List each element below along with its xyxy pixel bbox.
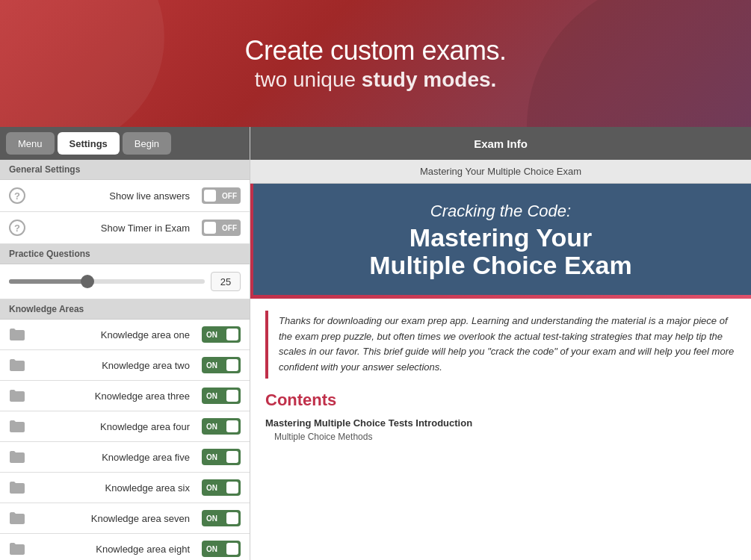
slider-container: 25 [9, 272, 241, 291]
slider-thumb[interactable] [81, 275, 94, 288]
ka-state-8: ON [206, 545, 217, 553]
slider-value: 25 [211, 272, 241, 291]
settings-button[interactable]: Settings [58, 132, 120, 155]
ka-toggle-2[interactable]: ON [202, 357, 241, 373]
ka-state-1: ON [206, 331, 217, 339]
knowledge-areas-header: Knowledge Areas [0, 299, 250, 320]
general-settings-header: General Settings [0, 160, 250, 180]
help-icon-timer[interactable]: ? [9, 220, 25, 236]
ka-row-2: Knowledge area two ON [0, 350, 250, 381]
ka-label-5: Knowledge area five [31, 452, 196, 463]
folder-icon-8 [9, 542, 25, 556]
contents-title: Contents [265, 391, 736, 410]
show-timer-toggle[interactable]: OFF [202, 220, 241, 236]
ka-label-2: Knowledge area two [31, 360, 196, 371]
show-timer-row: ? Show Timer in Exam OFF [0, 212, 250, 244]
ka-label-1: Knowledge area one [31, 329, 196, 340]
ka-state-3: ON [206, 392, 217, 400]
ka-label-4: Knowledge area four [31, 421, 196, 432]
practice-questions-row: 25 [0, 264, 250, 299]
show-live-answers-label: Show live answers [31, 190, 196, 202]
begin-button[interactable]: Begin [123, 132, 171, 155]
ka-label-6: Knowledge area six [31, 482, 196, 494]
ka-toggle-4[interactable]: ON [202, 418, 241, 435]
ka-row-8: Knowledge area eight ON [0, 534, 250, 560]
left-panel: Menu Settings Begin General Settings ? S… [0, 127, 250, 560]
show-live-answers-toggle[interactable]: OFF [202, 187, 241, 204]
ka-label-7: Knowledge area seven [31, 513, 196, 524]
exam-banner-accent [250, 184, 253, 295]
ka-state-5: ON [206, 453, 217, 461]
ka-toggle-5[interactable]: ON [202, 449, 241, 465]
content-area: Thanks for downloading our exam prep app… [250, 299, 751, 560]
banner-title: Create custom exams. [244, 35, 506, 66]
exam-banner: Cracking the Code: Mastering Your Multip… [250, 184, 751, 295]
show-timer-label: Show Timer in Exam [31, 223, 196, 234]
ka-state-7: ON [206, 514, 217, 523]
ka-toggle-8[interactable]: ON [202, 541, 241, 557]
quote-text: Thanks for downloading our exam prep app… [279, 314, 736, 376]
show-live-answers-state: OFF [222, 192, 237, 200]
show-live-answers-row: ? Show live answers OFF [0, 180, 250, 212]
show-timer-state: OFF [222, 224, 237, 232]
settings-body: General Settings ? Show live answers OFF… [0, 160, 250, 560]
ka-state-4: ON [206, 423, 217, 431]
folder-icon-5 [9, 450, 25, 464]
ka-row-1: Knowledge area one ON [0, 320, 250, 350]
folder-icon-3 [9, 389, 25, 402]
ka-toggle-3[interactable]: ON [202, 388, 241, 404]
ka-toggle-1[interactable]: ON [202, 326, 241, 343]
contents-sub-1: Multiple Choice Methods [265, 432, 736, 442]
banner: Create custom exams. two unique study mo… [0, 0, 751, 127]
slider-track[interactable] [9, 279, 205, 284]
nav-bar: Menu Settings Begin [0, 127, 250, 160]
right-panel: Exam Info Mastering Your Multiple Choice… [250, 127, 751, 560]
banner-subtitle: two unique study modes. [255, 68, 497, 92]
right-header: Exam Info [250, 127, 751, 160]
contents-item-1: Mastering Multiple Choice Tests Introduc… [265, 417, 736, 429]
ka-row-6: Knowledge area six ON [0, 473, 250, 503]
right-header-text: Exam Info [474, 137, 528, 150]
exam-info-bar: Mastering Your Multiple Choice Exam [250, 160, 751, 184]
ka-label-8: Knowledge area eight [31, 544, 196, 555]
exam-banner-line2: Mastering Your Multiple Choice Exam [265, 224, 736, 280]
ka-row-5: Knowledge area five ON [0, 442, 250, 473]
folder-icon-2 [9, 358, 25, 372]
folder-icon-4 [9, 420, 25, 433]
ka-row-7: Knowledge area seven ON [0, 503, 250, 534]
exam-banner-line1: Cracking the Code: [265, 202, 736, 221]
folder-icon-6 [9, 481, 25, 494]
menu-button[interactable]: Menu [6, 132, 55, 155]
ka-state-2: ON [206, 361, 217, 370]
ka-toggle-7[interactable]: ON [202, 510, 241, 526]
folder-icon-7 [9, 511, 25, 525]
ka-row-3: Knowledge area three ON [0, 381, 250, 411]
slider-fill [9, 279, 87, 284]
ka-state-6: ON [206, 484, 217, 492]
main-container: Menu Settings Begin General Settings ? S… [0, 127, 751, 560]
ka-toggle-6[interactable]: ON [202, 479, 241, 496]
folder-icon-1 [9, 328, 25, 341]
ka-row-4: Knowledge area four ON [0, 411, 250, 442]
help-icon-live-answers[interactable]: ? [9, 187, 25, 204]
ka-label-3: Knowledge area three [31, 391, 196, 402]
practice-questions-header: Practice Questions [0, 244, 250, 264]
quote-block: Thanks for downloading our exam prep app… [265, 311, 736, 379]
